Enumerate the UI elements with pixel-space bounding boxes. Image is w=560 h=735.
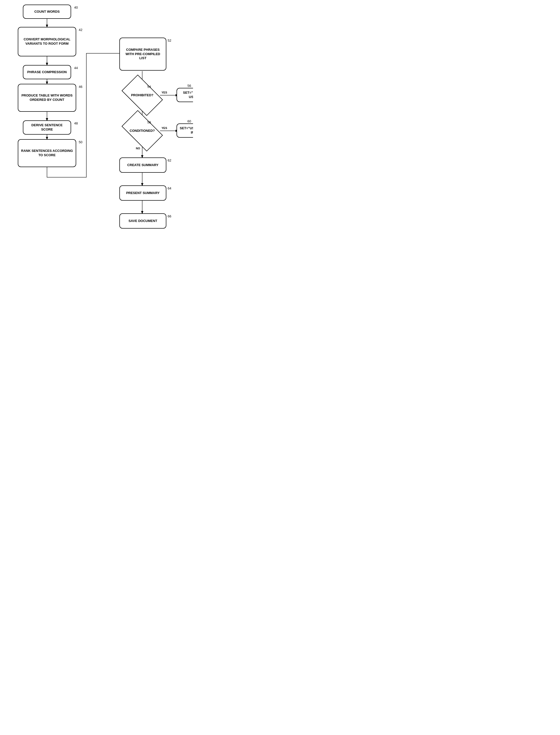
set-dont-use-ref: 56 <box>187 84 191 88</box>
set-dont-use-box: SET="DON'T USE" <box>177 88 193 102</box>
produce-table-box: PRODUCE TABLE WITH WORDS ORDERED BY COUN… <box>18 84 76 112</box>
prohibited-ref: 54 <box>147 85 151 89</box>
conditioned-diamond: CONDITIONED? <box>124 119 160 142</box>
phrase-compression-ref: 44 <box>74 66 78 70</box>
save-document-box: SAVE DOCUMENT <box>119 213 166 229</box>
set-use-only-if-ref: 60 <box>187 119 191 123</box>
count-words-ref: 40 <box>74 6 78 9</box>
present-summary-box: PRESENT SUMMARY <box>119 185 166 201</box>
convert-morph-ref: 42 <box>79 28 82 32</box>
compare-phrases-ref: 52 <box>168 39 171 42</box>
produce-table-ref: 46 <box>79 85 82 89</box>
flowchart: YES NO YES NO COUNT WORDS 40 CONVERT MOR… <box>0 0 193 259</box>
derive-sentence-ref: 48 <box>74 121 78 125</box>
save-document-ref: 66 <box>168 214 171 218</box>
svg-text:NO: NO <box>136 147 140 150</box>
phrase-compression-box: PHRASE COMPRESSION <box>23 65 71 79</box>
rank-sentences-ref: 50 <box>79 140 82 144</box>
convert-morph-box: CONVERT MORPHOLOGICAL VARIANTS TO ROOT F… <box>18 27 76 56</box>
set-use-only-if-box: SET="USE ONLY IF" <box>177 123 193 138</box>
present-summary-ref: 64 <box>168 186 171 190</box>
create-summary-box: CREATE SUMMARY <box>119 157 166 173</box>
compare-phrases-box: COMPARE PHRASES WITH PRE-COMPILED LIST <box>119 38 166 71</box>
svg-text:YES: YES <box>162 91 167 94</box>
derive-sentence-box: DERIVE SENTENCE SCORE <box>23 120 71 135</box>
prohibited-diamond: PROHIBITED? <box>124 84 160 107</box>
conditioned-ref: 58 <box>147 120 151 124</box>
svg-text:YES: YES <box>162 126 167 130</box>
rank-sentences-box: RANK SENTENCES ACCORDING TO SCORE <box>18 139 76 167</box>
count-words-box: COUNT WORDS <box>23 5 71 19</box>
create-summary-ref: 62 <box>168 158 171 162</box>
